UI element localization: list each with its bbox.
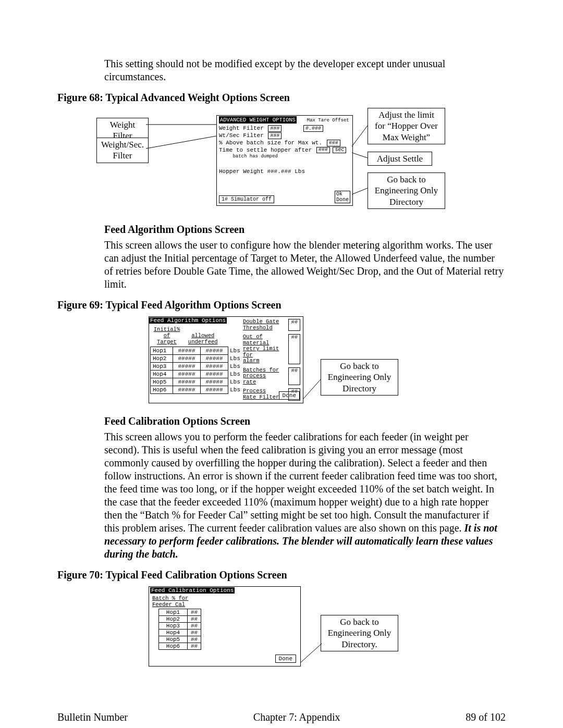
- screen-title: Feed Calibration Options: [150, 587, 235, 594]
- underfeed-field[interactable]: #####: [201, 371, 228, 378]
- done-button[interactable]: Done: [275, 655, 296, 663]
- initial-pct-field[interactable]: #####: [173, 371, 201, 378]
- weight-filter-field[interactable]: ###: [268, 125, 282, 132]
- hop-label: Hop4: [159, 630, 188, 636]
- initial-pct-field[interactable]: #####: [173, 347, 201, 355]
- initial-pct-field[interactable]: #####: [173, 386, 201, 394]
- initial-pct-field[interactable]: #####: [173, 378, 201, 386]
- feed-algo-screen: Feed Algorithm Options Initial% of Targe…: [149, 316, 303, 403]
- out-material-field[interactable]: ##: [288, 334, 300, 364]
- table-row: Hop6##########Lbs: [151, 386, 243, 394]
- screen-title: Feed Algorithm Options: [149, 317, 227, 324]
- adv-weight-screen: ADVANCED WEIGHT OPTIONS Max Tare Offset …: [216, 115, 353, 206]
- above-batch-field[interactable]: ###: [327, 140, 340, 146]
- batch-pct-field[interactable]: ##: [188, 643, 201, 650]
- feed-algo-paragraph: This screen allows the user to configure…: [104, 239, 506, 291]
- hop-label: Hop4: [151, 371, 173, 378]
- figure-70-caption: Figure 70: Typical Feed Calibration Opti…: [57, 569, 506, 581]
- table-row: Hop3##########Lbs: [151, 363, 243, 371]
- callout-adjust-settle: Adjust Settle: [368, 152, 432, 166]
- figure-69: Feed Algorithm Options Initial% of Targe…: [149, 316, 534, 405]
- batch-pct-field[interactable]: ##: [188, 636, 201, 643]
- table-row: Hop4##: [159, 630, 201, 636]
- table-row: Hop2##: [159, 616, 201, 623]
- hopper-weight-readout: Hopper Weight ###.### Lbs: [219, 168, 352, 175]
- feed-algo-heading: Feed Algorithm Options Screen: [104, 224, 506, 236]
- underfeed-field[interactable]: #####: [201, 363, 228, 371]
- feed-cal-heading: Feed Calibration Options Screen: [104, 415, 506, 427]
- feed-cal-paragraph: This screen allows you to perform the fe…: [104, 430, 506, 561]
- underfeed-field[interactable]: #####: [201, 355, 228, 363]
- figure-69-caption: Figure 69: Typical Feed Algorithm Option…: [57, 299, 506, 311]
- feed-cal-screen: Feed Calibration Options Batch % for Fee…: [149, 586, 301, 667]
- table-row: Hop1##: [159, 609, 201, 616]
- initial-pct-field[interactable]: #####: [173, 355, 201, 363]
- underfeed-field[interactable]: #####: [201, 347, 228, 355]
- hop-label: Hop6: [159, 643, 188, 650]
- table-row: Hop2##########Lbs: [151, 355, 243, 363]
- table-row: Hop4##########Lbs: [151, 371, 243, 378]
- svg-line-5: [303, 379, 321, 399]
- table-row: Hop6##: [159, 643, 201, 650]
- initial-pct-field[interactable]: #####: [173, 363, 201, 371]
- underfeed-field[interactable]: #####: [201, 378, 228, 386]
- double-gate-field[interactable]: ##: [288, 319, 300, 331]
- callout-go-back: Go back to Engineering Only Directory: [321, 359, 398, 396]
- batch-pct-field[interactable]: ##: [188, 623, 201, 630]
- table-row: Hop1##########Lbs: [151, 347, 243, 355]
- hopper-table: Hop1##########LbsHop2##########LbsHop3##…: [150, 347, 243, 394]
- callout-adjust-limit: Adjust the limit for “Hopper Over Max We…: [368, 108, 445, 144]
- svg-line-3: [352, 153, 368, 158]
- batch-pct-field[interactable]: ##: [188, 616, 201, 623]
- table-row: Hop5##: [159, 636, 201, 643]
- hop-label: Hop2: [159, 616, 188, 623]
- svg-line-6: [301, 644, 322, 662]
- simulator-button[interactable]: 1# Simulator off: [219, 195, 274, 203]
- done-button[interactable]: Done: [279, 391, 300, 400]
- callout-go-back: Go back to Engineering Only Directory: [368, 172, 445, 209]
- hopper-table: Hop1##Hop2##Hop3##Hop4##Hop5##Hop6##: [158, 609, 201, 650]
- batch-pct-field[interactable]: ##: [188, 630, 201, 636]
- max-tare-field[interactable]: #.###: [303, 125, 323, 132]
- hop-label: Hop2: [151, 355, 173, 363]
- batch-pct-field[interactable]: ##: [188, 609, 201, 616]
- callout-wtsec-filter: Weight/Sec. Filter: [96, 138, 149, 163]
- settle-time-field[interactable]: ###: [316, 147, 330, 153]
- screen-title: ADVANCED WEIGHT OPTIONS: [219, 116, 297, 124]
- intro-paragraph: This setting should not be modified exce…: [104, 57, 506, 83]
- hop-label: Hop1: [159, 609, 188, 616]
- svg-line-2: [352, 126, 368, 146]
- hop-label: Hop1: [151, 347, 173, 355]
- page-footer: Bulletin Number Chapter 7: Appendix 89 o…: [57, 711, 506, 723]
- footer-center: Chapter 7: Appendix: [253, 711, 340, 723]
- figure-68: Weight Filter Weight/Sec. Filter Adjust …: [96, 109, 482, 213]
- wtsec-filter-field[interactable]: ###: [268, 132, 282, 139]
- underfeed-field[interactable]: #####: [201, 386, 228, 394]
- footer-left: Bulletin Number: [57, 711, 128, 723]
- hop-label: Hop5: [159, 636, 188, 643]
- callout-go-back: Go back to Engineering Only Directory.: [321, 615, 398, 651]
- hop-label: Hop3: [151, 363, 173, 371]
- ok-done-button[interactable]: Ok Done: [335, 191, 350, 203]
- figure-70: Feed Calibration Options Batch % for Fee…: [149, 586, 534, 670]
- svg-line-4: [352, 188, 368, 194]
- figure-68-caption: Figure 68: Typical Advanced Weight Optio…: [57, 92, 506, 104]
- hop-label: Hop3: [159, 623, 188, 630]
- footer-right: 89 of 102: [466, 711, 506, 723]
- svg-line-1: [146, 136, 216, 149]
- batches-field[interactable]: ##: [288, 367, 300, 386]
- table-row: Hop5##########Lbs: [151, 378, 243, 386]
- table-row: Hop3##: [159, 623, 201, 630]
- hop-label: Hop6: [151, 386, 173, 394]
- hop-label: Hop5: [151, 378, 173, 386]
